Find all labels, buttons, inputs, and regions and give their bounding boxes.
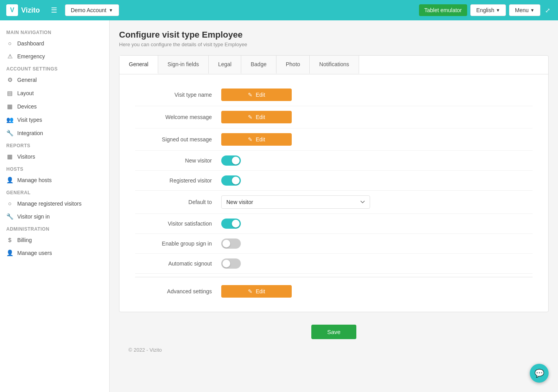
control-enable-group-sign-in (221, 238, 533, 249)
main-content: Configure visit type Employee Here you c… (110, 20, 558, 392)
form-row-signed-out-message: Signed out message ✎ Edit (135, 128, 533, 151)
toggle-track (221, 155, 241, 166)
sidebar-item-label: Visitors (17, 154, 35, 160)
sidebar-item-manage-hosts[interactable]: 👤 Manage hosts (0, 173, 109, 187)
page-subtitle: Here you can configure the details of vi… (119, 42, 549, 47)
sidebar-item-visit-types[interactable]: 👥 Visit types (0, 113, 109, 126)
demo-account-button[interactable]: Demo Account ▼ (65, 4, 119, 16)
toggle-track (221, 238, 241, 249)
logo-icon: V (6, 4, 18, 16)
form-divider (135, 277, 533, 277)
header-right: Tablet emulator English ▼ Menu ▼ ⤢ (419, 4, 552, 16)
save-button[interactable]: Save (311, 325, 356, 339)
tablet-emulator-label: Tablet emulator (424, 7, 462, 13)
english-label: English (476, 7, 494, 13)
toggle-thumb (232, 177, 240, 184)
control-welcome-message: ✎ Edit (221, 111, 533, 123)
tab-sign-in-fields[interactable]: Sign-in fields (158, 56, 209, 74)
edit-icon: ✎ (248, 136, 253, 143)
emergency-icon: ⚠ (6, 53, 13, 60)
tab-photo[interactable]: Photo (276, 56, 310, 74)
demo-account-caret: ▼ (109, 8, 113, 13)
edit-advanced-settings-button[interactable]: ✎ Edit (221, 285, 292, 298)
dashboard-icon: ○ (6, 40, 13, 47)
footer-text: © 2022 - Vizito (128, 347, 162, 353)
control-registered-visitor (221, 175, 533, 186)
sidebar-item-label: Emergency (17, 53, 45, 60)
sidebar-item-label: Manage hosts (17, 177, 52, 183)
label-visitor-satisfaction: Visitor satisfaction (135, 220, 221, 227)
logo: V Vizito (6, 4, 40, 16)
account-settings-title: Account settings (0, 63, 109, 73)
sidebar-item-emergency[interactable]: ⚠ Emergency (0, 50, 109, 63)
toggle-registered-visitor[interactable] (221, 175, 241, 186)
sidebar-item-label: Devices (17, 103, 37, 110)
toggle-enable-group-sign-in[interactable] (221, 238, 241, 249)
toggle-new-visitor[interactable] (221, 155, 241, 166)
label-advanced-settings: Advanced settings (135, 288, 221, 294)
menu-label: Menu (515, 7, 529, 13)
english-button[interactable]: English ▼ (470, 4, 506, 16)
sidebar-item-label: Visitor sign in (17, 213, 50, 220)
sidebar-item-label: Manage users (17, 250, 52, 256)
form-row-welcome-message: Welcome message ✎ Edit (135, 106, 533, 128)
toggle-automatic-signout[interactable] (221, 258, 241, 269)
save-row: Save (119, 318, 549, 342)
sidebar-item-billing[interactable]: $ Billing (0, 233, 109, 246)
form-row-advanced-settings: Advanced settings ✎ Edit (135, 280, 533, 302)
label-default-to: Default to (135, 199, 221, 205)
sidebar-item-manage-users[interactable]: 👤 Manage users (0, 246, 109, 260)
sidebar-item-manage-registered[interactable]: ○ Manage registered visitors (0, 197, 109, 210)
sidebar-item-layout[interactable]: ▤ Layout (0, 87, 109, 100)
sidebar-item-label: Manage registered visitors (17, 201, 81, 207)
menu-button[interactable]: Menu ▼ (509, 4, 540, 16)
expand-icon[interactable]: ⤢ (544, 5, 552, 16)
sidebar: Main Navigation ○ Dashboard ⚠ Emergency … (0, 20, 110, 392)
edit-visit-type-name-button[interactable]: ✎ Edit (221, 89, 292, 101)
tab-general[interactable]: General (119, 56, 158, 74)
sidebar-item-label: Integration (17, 130, 43, 136)
sidebar-item-devices[interactable]: ▦ Devices (0, 100, 109, 113)
tab-bar: General Sign-in fields Legal Badge Photo… (119, 56, 548, 74)
edit-icon: ✎ (248, 92, 253, 98)
tab-legal[interactable]: Legal (209, 56, 241, 74)
sidebar-item-label: Dashboard (17, 40, 44, 47)
manage-hosts-icon: 👤 (6, 177, 13, 184)
tab-notifications[interactable]: Notifications (310, 56, 359, 74)
logo-text: Vizito (21, 6, 40, 14)
tablet-emulator-button[interactable]: Tablet emulator (419, 4, 468, 16)
sidebar-item-integration[interactable]: 🔧 Integration (0, 126, 109, 140)
manage-users-icon: 👤 (6, 249, 13, 257)
menu-caret: ▼ (530, 8, 535, 13)
hamburger-button[interactable]: ☰ (48, 4, 60, 16)
sidebar-item-visitor-sign-in[interactable]: 🔧 Visitor sign in (0, 210, 109, 223)
toggle-track (221, 258, 241, 269)
control-visitor-satisfaction (221, 219, 533, 229)
toggle-visitor-satisfaction[interactable] (221, 219, 241, 229)
tab-badge[interactable]: Badge (241, 56, 276, 74)
chat-bubble[interactable]: 💬 (530, 364, 549, 383)
layout-icon: ▤ (6, 90, 13, 97)
sidebar-item-label: Visit types (17, 117, 42, 123)
sidebar-item-dashboard[interactable]: ○ Dashboard (0, 37, 109, 50)
edit-icon: ✎ (248, 288, 253, 294)
edit-welcome-message-button[interactable]: ✎ Edit (221, 111, 292, 123)
sidebar-item-visitors[interactable]: ▦ Visitors (0, 150, 109, 163)
sidebar-item-label: General (17, 77, 37, 83)
edit-label: Edit (256, 136, 265, 143)
integration-icon: 🔧 (6, 130, 13, 137)
visit-types-icon: 👥 (6, 116, 13, 123)
form-row-registered-visitor: Registered visitor (135, 171, 533, 191)
visitors-icon: ▦ (6, 153, 13, 160)
form-row-enable-group-sign-in: Enable group sign in (135, 234, 533, 254)
default-to-select[interactable]: New visitor Registered visitor (221, 195, 370, 209)
edit-label: Edit (256, 288, 265, 294)
form-row-new-visitor: New visitor (135, 151, 533, 171)
sidebar-item-label: Layout (17, 90, 34, 96)
config-card: General Sign-in fields Legal Badge Photo… (119, 55, 549, 312)
edit-signed-out-message-button[interactable]: ✎ Edit (221, 133, 292, 146)
footer: © 2022 - Vizito (119, 342, 549, 358)
layout: Main Navigation ○ Dashboard ⚠ Emergency … (0, 20, 558, 392)
administration-title: Administration (0, 223, 109, 233)
sidebar-item-general[interactable]: ⚙ General (0, 73, 109, 87)
